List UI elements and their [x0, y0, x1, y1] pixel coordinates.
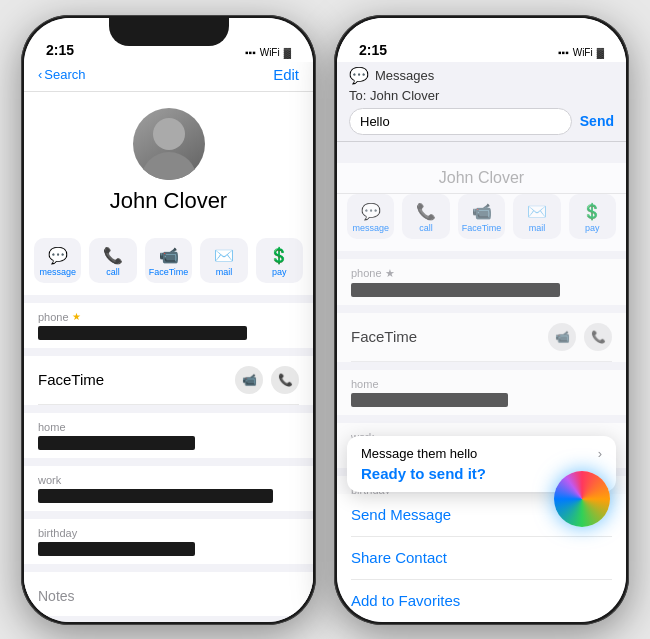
- siri-suggestion-row[interactable]: Message them hello ›: [361, 446, 602, 461]
- action-mail-label-2: mail: [529, 223, 546, 233]
- status-time-2: 2:15: [359, 42, 387, 58]
- work-field-1: work: [38, 466, 299, 511]
- action-facetime-label-1: FaceTime: [149, 267, 189, 277]
- notes-field-1: Notes: [38, 572, 299, 616]
- call-icon-1: 📞: [103, 246, 123, 265]
- share-contact-btn-2[interactable]: Share Contact: [351, 537, 612, 580]
- action-row-2: 💬 message 📞 call 📹 FaceTime ✉️ mail 💲: [337, 194, 626, 251]
- signal-icon-2: ▪▪▪: [558, 47, 569, 58]
- facetime-icon-2: 📹: [472, 202, 492, 221]
- birthday-value-bar-1: [38, 542, 195, 556]
- facetime-label-2: FaceTime: [351, 328, 417, 345]
- facetime-icon-1: 📹: [159, 246, 179, 265]
- facetime-row-2: FaceTime 📹 📞: [351, 313, 612, 362]
- pay-icon-1: 💲: [269, 246, 289, 265]
- action-pay-1[interactable]: 💲 pay: [256, 238, 303, 283]
- facetime-row-1: FaceTime 📹 📞: [38, 356, 299, 405]
- phone-2-screen: 2:15 ▪▪▪ WiFi ▓ 💬 Messages To: John Clov…: [337, 18, 626, 622]
- action-mail-2: ✉️ mail: [513, 194, 560, 239]
- avatar-image-1: [133, 108, 205, 180]
- back-label-1: Search: [44, 67, 85, 82]
- action-message-label-2: message: [352, 223, 389, 233]
- call-icon-2: 📞: [416, 202, 436, 221]
- pay-icon-2: 💲: [582, 202, 602, 221]
- action-message-label-1: message: [39, 267, 76, 277]
- action-facetime-label-2: FaceTime: [462, 223, 502, 233]
- home-label-2: home: [351, 378, 612, 390]
- phone-section-1: phone ★: [24, 303, 313, 348]
- home-value-bar-2: [351, 393, 508, 407]
- phone-2: 2:15 ▪▪▪ WiFi ▓ 💬 Messages To: John Clov…: [334, 15, 629, 625]
- siri-orb[interactable]: [554, 471, 610, 527]
- phone-value-bar-1: [38, 326, 247, 340]
- phone-field-1: phone ★: [38, 303, 299, 348]
- phone-value-bar-2: [351, 283, 560, 297]
- home-value-bar-1: [38, 436, 195, 450]
- siri-chevron-icon: ›: [598, 446, 602, 461]
- facetime-audio-icon-1[interactable]: 📞: [271, 366, 299, 394]
- send-button[interactable]: Send: [580, 113, 614, 129]
- scroll-content-1[interactable]: John Clover 💬 message 📞 call 📹 FaceTime …: [24, 92, 313, 622]
- messages-app-icon: 💬: [349, 66, 369, 85]
- notes-section-1: Notes: [24, 572, 313, 616]
- add-favorites-label-2: Add to Favorites: [351, 592, 460, 609]
- facetime-video-icon-2: 📹: [548, 323, 576, 351]
- message-icon-2: 💬: [361, 202, 381, 221]
- action-call-label-2: call: [419, 223, 433, 233]
- work-value-bar-1: [38, 489, 273, 503]
- share-contact-label-2: Share Contact: [351, 549, 447, 566]
- action-facetime-1[interactable]: 📹 FaceTime: [145, 238, 193, 283]
- edit-button-1[interactable]: Edit: [273, 66, 299, 83]
- notes-label-1: Notes: [38, 580, 299, 608]
- siri-suggestion-text: Message them hello: [361, 446, 477, 461]
- action-call-label-1: call: [106, 267, 120, 277]
- messages-app-title: Messages: [375, 68, 434, 83]
- to-label: To:: [349, 88, 366, 103]
- home-label-1: home: [38, 421, 299, 433]
- phone-label-2: phone ★: [351, 267, 612, 280]
- status-time-1: 2:15: [46, 42, 74, 58]
- send-message-label-2: Send Message: [351, 506, 451, 523]
- birthday-field-1: birthday: [38, 519, 299, 564]
- phone-label-1: phone ★: [38, 311, 299, 323]
- wifi-icon: WiFi: [260, 47, 280, 58]
- svg-point-0: [141, 152, 197, 180]
- action-message-1[interactable]: 💬 message: [34, 238, 81, 283]
- action-pay-label-2: pay: [585, 223, 600, 233]
- status-bar-2: 2:15 ▪▪▪ WiFi ▓: [337, 18, 626, 62]
- notch-1: [109, 18, 229, 46]
- add-favorites-btn-2[interactable]: Add to Favorites: [351, 580, 612, 622]
- nav-bar-1: ‹ Search Edit: [24, 62, 313, 92]
- wifi-icon-2: WiFi: [573, 47, 593, 58]
- facetime-video-icon-1[interactable]: 📹: [235, 366, 263, 394]
- svg-point-1: [153, 118, 185, 150]
- chevron-left-icon: ‹: [38, 67, 42, 82]
- action-pay-label-1: pay: [272, 267, 287, 277]
- phone-1-screen: 2:15 ▪▪▪ WiFi ▓ ‹ Search Edit: [24, 18, 313, 622]
- facetime-section-1: FaceTime 📹 📞: [24, 356, 313, 405]
- compose-input[interactable]: Hello: [349, 108, 572, 135]
- compose-text: Hello: [360, 114, 390, 129]
- action-facetime-2: 📹 FaceTime: [458, 194, 506, 239]
- action-mail-label-1: mail: [216, 267, 233, 277]
- battery-icon: ▓: [284, 47, 291, 58]
- signal-icon: ▪▪▪: [245, 47, 256, 58]
- facetime-icons-1: 📹 📞: [235, 366, 299, 394]
- message-icon-1: 💬: [48, 246, 68, 265]
- home-field-1: home: [38, 413, 299, 458]
- contact-header-1: John Clover: [24, 92, 313, 238]
- contact-name-1: John Clover: [110, 188, 227, 214]
- action-call-1[interactable]: 📞 call: [89, 238, 136, 283]
- facetime-audio-icon-2: 📞: [584, 323, 612, 351]
- to-row: To: John Clover: [349, 88, 614, 103]
- status-icons-2: ▪▪▪ WiFi ▓: [558, 47, 604, 58]
- facetime-section-2: FaceTime 📹 📞: [337, 313, 626, 362]
- work-label-1: work: [38, 474, 299, 486]
- facetime-label-1: FaceTime: [38, 371, 104, 388]
- contact-name-2: John Clover: [439, 169, 524, 186]
- status-icons-1: ▪▪▪ WiFi ▓: [245, 47, 291, 58]
- back-button-1[interactable]: ‹ Search: [38, 67, 86, 82]
- action-mail-1[interactable]: ✉️ mail: [200, 238, 247, 283]
- avatar-1: [133, 108, 205, 180]
- compose-row: Hello Send: [349, 108, 614, 135]
